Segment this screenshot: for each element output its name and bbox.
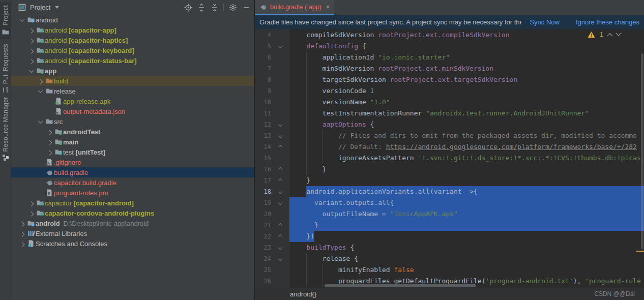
chevron-right-icon[interactable]	[36, 79, 45, 83]
stripe-item-project[interactable]: Project	[0, 2, 11, 39]
locate-icon[interactable]	[184, 3, 192, 12]
fold-marker-icon[interactable]	[271, 186, 289, 197]
tree-item-androidtest[interactable]: androidTest	[11, 127, 254, 137]
warning-stripe-mark[interactable]	[636, 251, 644, 252]
chevron-down-icon[interactable]	[26, 69, 36, 73]
code-line-19[interactable]: 19 variant.outputs.all{	[255, 197, 644, 208]
tree-item-android-capacitor-app[interactable]: android [capacitor-app]	[11, 25, 254, 35]
code-text[interactable]: testInstrumentationRunner "androidx.test…	[289, 108, 644, 119]
vertical-scrollbar[interactable]	[641, 53, 643, 249]
stripe-item-resource-manager[interactable]: Resource Manager	[0, 97, 11, 161]
code-text[interactable]: // Default: https://android.googlesource…	[289, 141, 644, 153]
tree-item-test-unittest[interactable]: test [unitTest]	[11, 147, 254, 157]
fold-marker-icon[interactable]	[271, 253, 289, 264]
tree-item-release[interactable]: release	[11, 86, 254, 96]
chevron-right-icon[interactable]	[26, 201, 36, 205]
code-line-14[interactable]: 14 // Default: https://android.googlesou…	[255, 141, 644, 153]
chevron-right-icon[interactable]	[17, 242, 26, 246]
fold-marker-icon[interactable]	[271, 141, 289, 153]
code-text[interactable]: }	[289, 220, 644, 231]
code-line-12[interactable]: 12 aaptOptions {	[255, 119, 644, 130]
fold-marker-icon[interactable]	[271, 231, 289, 242]
chevron-right-icon[interactable]	[26, 49, 36, 52]
code-line-4[interactable]: 4 compileSdkVersion rootProject.ext.comp…	[255, 29, 644, 41]
fold-marker-icon[interactable]	[271, 175, 289, 186]
tree-item-capacitor-capacitor-android[interactable]: capacitor [capacitor-android]	[11, 198, 254, 208]
horizontal-scrollbar[interactable]	[325, 284, 476, 287]
tree-item-gitignore[interactable]: .gitignore	[11, 157, 254, 167]
chevron-right-icon[interactable]	[26, 39, 36, 42]
sync-now-link[interactable]: Sync Now	[530, 18, 560, 26]
tree-item-main[interactable]: main	[11, 137, 254, 147]
code-line-6[interactable]: 6 applicationId "io.ionic.starter"	[255, 52, 644, 63]
code-text[interactable]: release {	[289, 253, 644, 264]
code-line-16[interactable]: 16 }	[255, 164, 644, 175]
tree-item-android[interactable]: android	[11, 15, 254, 25]
chevron-right-icon[interactable]	[26, 59, 36, 63]
code-text[interactable]: android.applicationVariants.all(variant …	[289, 186, 644, 197]
code-text[interactable]: targetSdkVersion rootProject.ext.targetS…	[289, 74, 644, 85]
code-text[interactable]: versionCode 1	[289, 85, 644, 97]
fold-marker-icon[interactable]	[271, 119, 289, 130]
previous-problem-icon[interactable]	[607, 33, 612, 39]
chevron-right-icon[interactable]	[45, 151, 54, 154]
code-text[interactable]: })	[289, 231, 644, 242]
chevron-right-icon[interactable]	[45, 130, 54, 134]
fold-marker-icon[interactable]	[271, 130, 289, 141]
code-line-18[interactable]: 18 android.applicationVariants.all(varia…	[255, 186, 644, 197]
code-line-15[interactable]: 15 ignoreAssetsPattern '!.svn:!.git:!.ds…	[255, 153, 644, 164]
tree-item-scratches-and-consoles[interactable]: Scratches and Consoles	[11, 238, 254, 249]
chevron-right-icon[interactable]	[26, 212, 36, 215]
fold-marker-icon[interactable]	[271, 197, 289, 208]
collapse-all-icon[interactable]	[210, 3, 219, 12]
chevron-down-icon[interactable]	[36, 120, 45, 124]
code-text[interactable]: minSdkVersion rootProject.ext.minSdkVers…	[289, 63, 644, 74]
code-text[interactable]: // Files and dirs to omit from the packa…	[289, 130, 644, 141]
code-line-9[interactable]: 9 versionCode 1	[255, 85, 644, 97]
code-line-10[interactable]: 10 versionName "1.0"	[255, 97, 644, 108]
tree-item-android-capacitor-status-bar[interactable]: android [capacitor-status-bar]	[11, 55, 254, 66]
tree-item-build[interactable]: build	[11, 76, 254, 86]
tree-item-external-libraries[interactable]: External Libraries	[11, 228, 254, 238]
code-text[interactable]: aaptOptions {	[289, 119, 644, 130]
tree-item-capacitor-cordova-android-plugins[interactable]: capacitor-cordova-android-plugins	[11, 208, 254, 218]
chevron-down-icon[interactable]	[17, 18, 26, 22]
code-line-21[interactable]: 21 }	[255, 220, 644, 231]
code-text[interactable]: }	[289, 164, 644, 175]
code-text[interactable]: defaultConfig {	[289, 41, 644, 52]
fold-marker-icon[interactable]	[271, 242, 289, 253]
tree-item-android-capacitor-keyboard[interactable]: android [capacitor-keyboard]	[11, 45, 254, 55]
code-text[interactable]: applicationId "io.ionic.starter"	[289, 52, 644, 63]
tree-item-app[interactable]: app	[11, 66, 254, 76]
tree-item-app-release-apk[interactable]: app-release.apk	[11, 96, 254, 106]
tree-item-capacitor-build-gradle[interactable]: capacitor.build.gradle	[11, 177, 254, 188]
code-text[interactable]: minifyEnabled false	[289, 264, 644, 276]
chevron-down-icon[interactable]	[55, 6, 59, 9]
next-problem-icon[interactable]	[616, 31, 621, 36]
tree-item-android[interactable]: androidD:\Desktop\ionic-app\android	[11, 218, 254, 228]
stripe-item-pull-requests[interactable]: Pull Requests	[0, 44, 11, 94]
code-text[interactable]: }	[289, 175, 644, 186]
expand-all-icon[interactable]	[197, 3, 206, 12]
code-line-20[interactable]: 20 outputFileName = "IonicAppAPK.apk"	[255, 208, 644, 220]
chevron-right-icon[interactable]	[45, 140, 54, 144]
code-text[interactable]: versionName "1.0"	[289, 97, 644, 108]
tree-item-src[interactable]: src	[11, 116, 254, 127]
fold-marker-icon[interactable]	[271, 220, 289, 231]
breadcrumb[interactable]: android{}	[290, 290, 316, 298]
code-text[interactable]: outputFileName = "IonicAppAPK.apk"	[289, 208, 644, 220]
chevron-right-icon[interactable]	[26, 28, 36, 32]
code-line-11[interactable]: 11 testInstrumentationRunner "androidx.t…	[255, 108, 644, 119]
chevron-right-icon[interactable]	[17, 232, 26, 235]
chevron-down-icon[interactable]	[36, 89, 45, 93]
code-editor[interactable]: 4 compileSdkVersion rootProject.ext.comp…	[255, 29, 644, 288]
tree-item-proguard-rules-pro[interactable]: proguard-rules.pro	[11, 188, 254, 198]
close-icon[interactable]: ×	[326, 3, 330, 11]
settings-icon[interactable]	[228, 3, 237, 12]
tree-item-build-gradle[interactable]: build.gradle	[11, 167, 254, 177]
code-text[interactable]: buildTypes {	[289, 242, 644, 253]
ignore-changes-link[interactable]: Ignore these changes	[576, 18, 639, 26]
code-line-23[interactable]: 23 buildTypes {	[255, 242, 644, 253]
code-line-7[interactable]: 7 minSdkVersion rootProject.ext.minSdkVe…	[255, 63, 644, 74]
code-line-17[interactable]: 17 }	[255, 175, 644, 186]
